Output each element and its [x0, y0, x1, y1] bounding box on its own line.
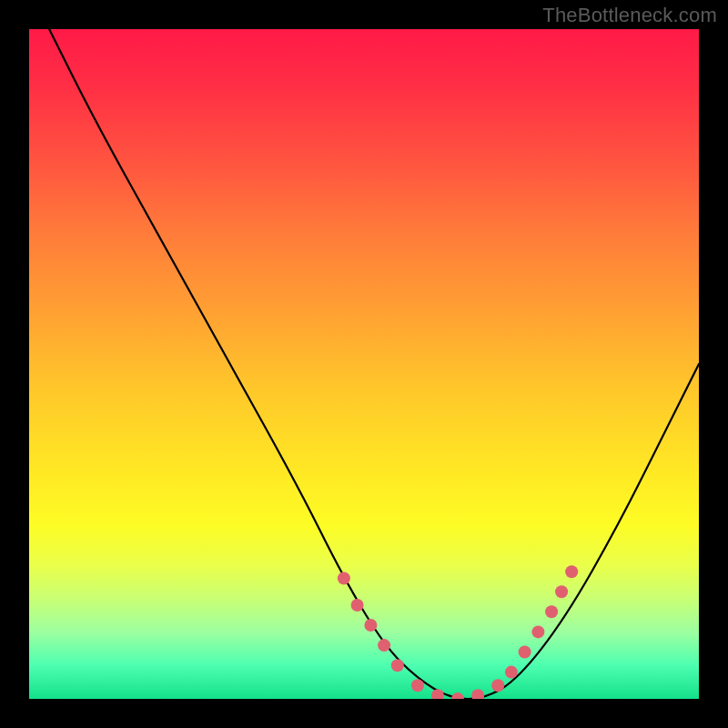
plot-area — [29, 29, 699, 699]
highlight-dot — [411, 679, 424, 692]
highlight-dot — [364, 619, 377, 632]
watermark-label: TheBottleneck.com — [542, 4, 717, 27]
highlight-dot — [555, 585, 568, 598]
bottleneck-curve — [49, 29, 699, 699]
highlight-dot — [491, 679, 504, 692]
highlight-dot — [391, 659, 404, 672]
highlight-dot — [519, 646, 531, 659]
highlight-dot — [378, 639, 390, 652]
highlight-dots — [338, 565, 578, 699]
curve-layer — [29, 29, 699, 699]
highlight-dot — [531, 625, 544, 638]
highlight-dot — [471, 689, 484, 699]
highlight-dot — [351, 599, 364, 612]
highlight-dot — [505, 666, 518, 679]
highlight-dot — [545, 605, 558, 618]
highlight-dot — [338, 572, 350, 585]
highlight-dot — [431, 689, 444, 699]
chart-frame: TheBottleneck.com — [0, 0, 728, 728]
highlight-dot — [565, 565, 578, 578]
highlight-dot — [451, 693, 464, 699]
